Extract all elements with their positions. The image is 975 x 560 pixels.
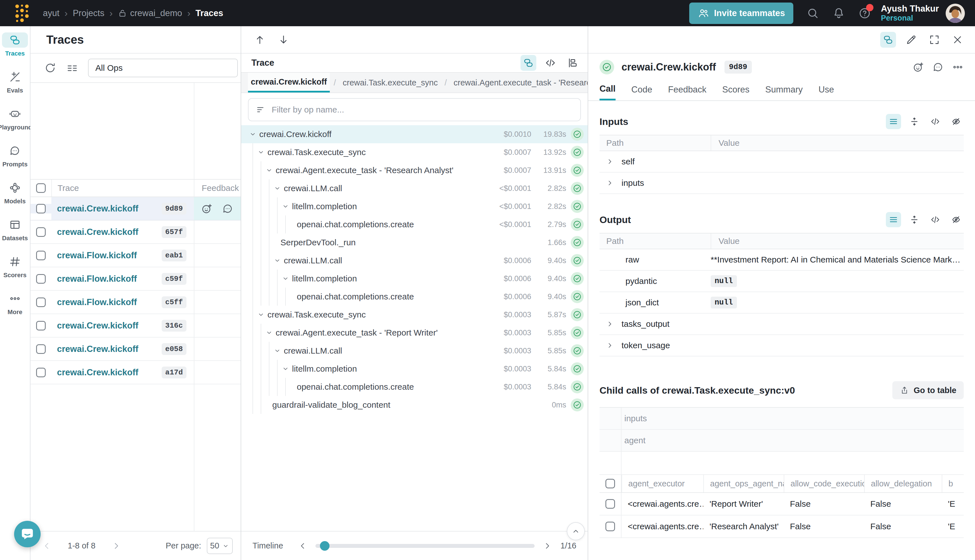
- timeline-slider-thumb[interactable]: [320, 541, 329, 551]
- show-tree-button[interactable]: [880, 32, 896, 48]
- row-checkbox[interactable]: [605, 522, 615, 531]
- tab-use[interactable]: Use: [818, 79, 834, 100]
- user-block[interactable]: Ayush Thakur Personal: [881, 4, 939, 23]
- row-checkbox[interactable]: [36, 274, 46, 284]
- comment-icon[interactable]: [222, 203, 234, 215]
- go-to-table-button[interactable]: Go to table: [892, 381, 964, 399]
- sidebar-item-evals[interactable]: Evals: [0, 63, 30, 100]
- wandb-logo[interactable]: [10, 3, 34, 23]
- tree-view-button[interactable]: [521, 55, 536, 71]
- trace-cell[interactable]: crewai.Crew.kickoff657f: [51, 220, 194, 243]
- table-row[interactable]: crewai.Crew.kickoffa17d: [30, 361, 240, 384]
- next-page-icon[interactable]: [111, 541, 121, 551]
- row-checkbox[interactable]: [36, 227, 46, 237]
- list-view-button[interactable]: [886, 212, 901, 227]
- trace-tree-row[interactable]: guardrail-validate_blog_content0ms: [241, 396, 588, 414]
- trace-tab[interactable]: crewai.Task.execute_sync: [340, 73, 441, 92]
- row-checkbox[interactable]: [605, 499, 615, 509]
- add-reaction-icon[interactable]: [912, 61, 924, 73]
- table-row[interactable]: crewai.Flow.kickoffeab1: [30, 244, 240, 267]
- select-all-checkbox[interactable]: [605, 479, 615, 488]
- row-density-icon[interactable]: [66, 62, 78, 74]
- trace-cell[interactable]: crewai.Crew.kickoffe058: [51, 338, 194, 360]
- row-checkbox[interactable]: [36, 297, 46, 307]
- trace-tree-row[interactable]: crewai.Agent.execute_task - 'Report Writ…: [241, 324, 588, 342]
- tree-chevron-icon[interactable]: [249, 130, 256, 138]
- table-row[interactable]: crewai.Crew.kickoffe058: [30, 338, 240, 361]
- invite-teammates-button[interactable]: Invite teammates: [689, 3, 794, 24]
- table-row[interactable]: crewai.Crew.kickoff657f: [30, 220, 240, 244]
- trace-tree-row[interactable]: openai.chat.completions.create$0.00069.4…: [241, 288, 588, 306]
- expand-chevron-icon[interactable]: [606, 320, 614, 328]
- expand-all-button[interactable]: [907, 212, 922, 227]
- trace-tree-row[interactable]: crewai.LLM.call$0.00035.85s: [241, 342, 588, 360]
- sidebar-item-prompts[interactable]: Prompts: [0, 137, 30, 174]
- comment-icon[interactable]: [932, 61, 944, 73]
- breadcrumb-projects[interactable]: Projects: [73, 8, 104, 18]
- expand-chevron-icon[interactable]: [606, 157, 614, 166]
- select-all-checkbox[interactable]: [36, 183, 46, 193]
- tree-chevron-icon[interactable]: [274, 347, 281, 355]
- tree-chevron-icon[interactable]: [274, 257, 281, 264]
- fullscreen-button[interactable]: [927, 32, 942, 48]
- flame-graph-view-button[interactable]: [564, 55, 580, 71]
- trace-tree-row[interactable]: openai.chat.completions.create<$0.00012.…: [241, 215, 588, 233]
- table-row[interactable]: crewai.Crew.kickoff316c: [30, 314, 240, 338]
- list-view-button[interactable]: [886, 114, 901, 129]
- ops-filter-select[interactable]: All Ops: [88, 58, 238, 77]
- code-toggle-button[interactable]: [928, 114, 943, 129]
- sidebar-item-traces[interactable]: Traces: [0, 26, 30, 63]
- tree-chevron-icon[interactable]: [282, 203, 289, 210]
- kv-row[interactable]: tasks_output: [599, 313, 964, 335]
- table-row[interactable]: <crewai.agents.cre…'Research Analyst'Fal…: [599, 515, 964, 538]
- column-header-trace[interactable]: Trace: [51, 180, 194, 197]
- tree-chevron-icon[interactable]: [257, 148, 265, 156]
- hide-values-button[interactable]: [948, 114, 964, 129]
- add-reaction-icon[interactable]: [201, 203, 213, 215]
- scroll-top-button[interactable]: [567, 522, 585, 540]
- expand-chevron-icon[interactable]: [606, 341, 614, 350]
- trace-cell[interactable]: crewai.Flow.kickoffc5ff: [51, 291, 194, 313]
- tab-call[interactable]: Call: [599, 79, 616, 100]
- row-checkbox[interactable]: [36, 368, 46, 377]
- edit-button[interactable]: [903, 32, 919, 48]
- code-view-button[interactable]: [543, 55, 558, 71]
- kv-row[interactable]: json_dictnull: [599, 292, 964, 313]
- help-icon[interactable]: [858, 7, 871, 20]
- breadcrumb-entity[interactable]: ayut: [43, 8, 60, 18]
- next-trace-icon[interactable]: [278, 34, 289, 45]
- trace-tab[interactable]: crewai.Crew.kickoff: [248, 73, 330, 92]
- sidebar-item-scorers[interactable]: Scorers: [0, 248, 30, 285]
- notifications-bell-icon[interactable]: [832, 7, 845, 20]
- trace-tree-row[interactable]: crewai.LLM.call<$0.00012.82s: [241, 179, 588, 197]
- trace-cell[interactable]: crewai.Crew.kickoffa17d: [51, 361, 194, 384]
- row-checkbox[interactable]: [36, 251, 46, 260]
- column-header-b[interactable]: b: [942, 475, 964, 492]
- kv-row[interactable]: self: [599, 151, 964, 173]
- breadcrumb-project[interactable]: crewai_demo: [118, 8, 182, 18]
- code-toggle-button[interactable]: [928, 212, 943, 227]
- tab-scores[interactable]: Scores: [722, 79, 749, 100]
- per-page-select[interactable]: 50: [207, 538, 233, 554]
- trace-cell[interactable]: crewai.Flow.kickoffeab1: [51, 244, 194, 267]
- row-checkbox[interactable]: [36, 204, 46, 213]
- timeline-prev-icon[interactable]: [298, 541, 307, 551]
- search-icon[interactable]: [806, 7, 819, 20]
- sidebar-item-datasets[interactable]: Datasets: [0, 211, 30, 248]
- trace-cell[interactable]: crewai.Crew.kickoff9d89: [51, 197, 194, 220]
- kv-row[interactable]: pydanticnull: [599, 271, 964, 292]
- trace-tree-row[interactable]: litellm.completion$0.00035.84s: [241, 360, 588, 378]
- tree-chevron-icon[interactable]: [282, 275, 289, 282]
- tree-chevron-icon[interactable]: [274, 185, 281, 192]
- tab-feedback[interactable]: Feedback: [668, 79, 706, 100]
- trace-tree-row[interactable]: crewai.Agent.execute_task - 'Research An…: [241, 161, 588, 179]
- trace-tab[interactable]: crewai.Agent.execute_task - 'Research An…: [451, 73, 588, 92]
- trace-tree-row[interactable]: litellm.completion$0.00069.40s: [241, 270, 588, 288]
- sidebar-item-more[interactable]: More: [0, 285, 30, 322]
- timeline-slider[interactable]: [316, 544, 534, 548]
- tab-summary[interactable]: Summary: [765, 79, 803, 100]
- refresh-icon[interactable]: [44, 62, 57, 74]
- sidebar-item-models[interactable]: Models: [0, 174, 30, 211]
- trace-tree-row[interactable]: openai.chat.completions.create$0.00035.8…: [241, 378, 588, 396]
- table-row[interactable]: <crewai.agents.cre…'Report Writer'FalseF…: [599, 493, 964, 515]
